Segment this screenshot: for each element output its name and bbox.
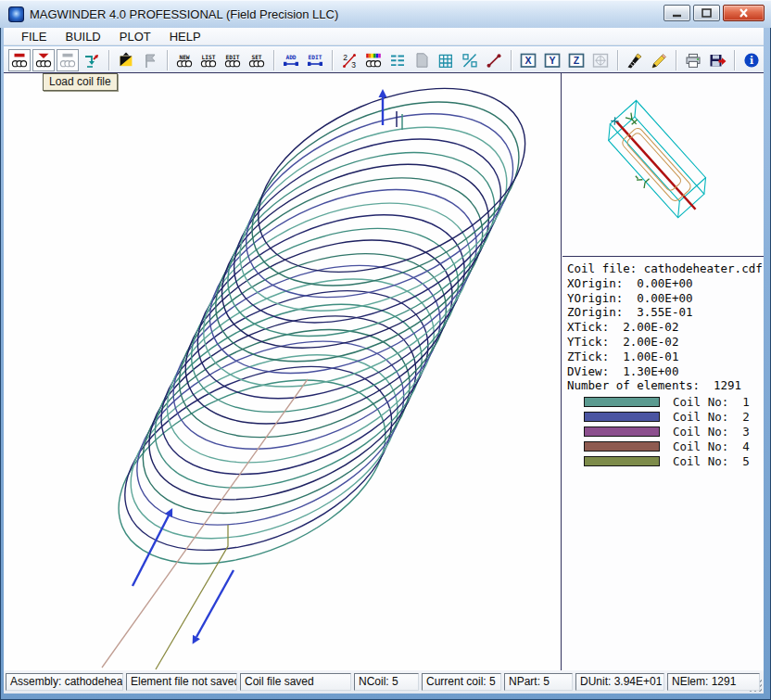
legend-row: Coil No: 3 bbox=[567, 424, 764, 439]
info-icon[interactable]: i bbox=[740, 49, 763, 71]
svg-text:X: X bbox=[525, 55, 532, 66]
legend-row: Coil No: 1 bbox=[567, 394, 764, 409]
coil-info-panel: Coil file: cathodeheater.cdfXOrigin: 0.0… bbox=[562, 257, 764, 468]
toolbar-separator bbox=[511, 50, 512, 70]
info-line: YOrigin: 0.00E+00 bbox=[567, 291, 764, 306]
info-line: Coil file: cathodeheater.cdf bbox=[567, 261, 764, 276]
part-add-icon[interactable]: ADD bbox=[280, 49, 302, 71]
svg-text:EDIT: EDIT bbox=[226, 53, 240, 59]
app-window: MAGWINDER 4.0 PROFESSIONAL (Field Precis… bbox=[0, 0, 771, 700]
part-edit-icon[interactable]: EDIT bbox=[304, 49, 326, 71]
content-area: Coil file: cathodeheater.cdfXOrigin: 0.0… bbox=[4, 72, 764, 670]
tooltip-load-coil-file: Load coil file bbox=[43, 73, 118, 91]
info-line: DView: 1.30E+00 bbox=[567, 364, 764, 379]
orientation-preview-svg bbox=[565, 73, 762, 255]
svg-text:3: 3 bbox=[351, 60, 356, 69]
legend-row: Coil No: 4 bbox=[567, 439, 764, 453]
side-panel: Coil file: cathodeheater.cdfXOrigin: 0.0… bbox=[562, 73, 764, 670]
print-icon[interactable] bbox=[682, 49, 704, 71]
legend-row: Coil No: 5 bbox=[567, 453, 764, 468]
menu-build[interactable]: BUILD bbox=[58, 29, 107, 45]
coil-new-icon[interactable]: NEW bbox=[173, 49, 196, 71]
toolbar-separator bbox=[734, 50, 735, 70]
status-nelem: NElem: 1291 bbox=[667, 673, 760, 691]
status-current-coil: Current coil: 5 bbox=[422, 673, 501, 691]
coil-colors-icon[interactable] bbox=[362, 49, 385, 71]
svg-text:EDIT: EDIT bbox=[309, 54, 322, 60]
legend-swatch bbox=[584, 412, 660, 422]
plot-range-icon[interactable] bbox=[115, 49, 137, 71]
save-image-icon[interactable] bbox=[706, 49, 728, 71]
legend-swatch bbox=[584, 456, 660, 466]
title-bar[interactable]: MAGWINDER 4.0 PROFESSIONAL (Field Precis… bbox=[0, 0, 771, 28]
toolbar-separator bbox=[273, 50, 274, 70]
legend-swatch bbox=[584, 441, 660, 452]
coil-set-icon[interactable]: SET bbox=[246, 49, 268, 71]
coil-edit-icon[interactable]: EDIT bbox=[221, 49, 244, 71]
plot-canvas[interactable] bbox=[4, 73, 562, 671]
mesh-toggle-icon[interactable] bbox=[459, 49, 481, 71]
menu-file[interactable]: FILE bbox=[15, 29, 53, 45]
view-y-icon[interactable]: Y bbox=[541, 49, 563, 71]
status-npart: NPart: 5 bbox=[504, 673, 573, 691]
svg-text:Y: Y bbox=[550, 55, 556, 66]
svg-text:NEW: NEW bbox=[179, 53, 189, 59]
legend-swatch bbox=[584, 426, 660, 437]
status-element-file: Element file not saved bbox=[126, 673, 237, 691]
menu-plot[interactable]: PLOT bbox=[113, 29, 158, 45]
toolbar-separator bbox=[167, 50, 168, 70]
grid-icon[interactable] bbox=[435, 49, 457, 71]
svg-text:i: i bbox=[750, 55, 753, 67]
view-iso-icon[interactable] bbox=[589, 49, 612, 71]
pencil-icon[interactable] bbox=[648, 49, 670, 71]
legend-label: Coil No: 2 bbox=[673, 410, 750, 424]
menu-help[interactable]: HELP bbox=[163, 29, 208, 45]
toolbar-separator bbox=[617, 50, 618, 70]
snap-tool-icon[interactable] bbox=[624, 49, 646, 71]
status-dunit: DUnit: 3.94E+01 bbox=[575, 673, 664, 691]
menu-bar: FILEBUILDPLOTHELP bbox=[4, 28, 764, 45]
info-line: Number of elements: 1291 bbox=[567, 378, 764, 393]
coil-legend: Coil No: 1Coil No: 2Coil No: 3Coil No: 4… bbox=[567, 394, 764, 468]
info-line: ZTick: 1.00E-01 bbox=[567, 350, 764, 364]
toolbar-separator bbox=[108, 50, 109, 70]
maximize-button[interactable] bbox=[693, 5, 720, 21]
app-icon bbox=[8, 6, 24, 22]
coil-plot-svg bbox=[4, 73, 562, 671]
legend-label: Coil No: 5 bbox=[673, 454, 750, 468]
toolbar-separator bbox=[332, 50, 333, 70]
view-2d-3d-icon[interactable]: 23 bbox=[338, 49, 360, 71]
load-coil-file-icon[interactable] bbox=[32, 49, 55, 71]
view-x-icon[interactable]: X bbox=[517, 49, 539, 71]
orientation-preview bbox=[562, 73, 764, 257]
view-z-icon[interactable]: Z bbox=[565, 49, 588, 71]
status-assembly: Assembly: cathodehea bbox=[6, 673, 123, 691]
assembly-tool-icon[interactable] bbox=[81, 49, 103, 71]
status-coil-file: Coil file saved bbox=[240, 673, 351, 691]
save-coil-file-icon[interactable] bbox=[57, 49, 79, 71]
info-line: XTick: 2.00E-02 bbox=[567, 320, 764, 335]
line-segment-icon[interactable] bbox=[483, 49, 505, 71]
page-icon[interactable] bbox=[411, 49, 433, 71]
toolbar-separator bbox=[676, 50, 676, 70]
toolbar: NEWLISTEDITSETADDEDIT23XYZi bbox=[4, 46, 764, 72]
new-coil-file-icon[interactable] bbox=[8, 49, 31, 71]
element-list-icon[interactable] bbox=[386, 49, 409, 71]
window-title: MAGWINDER 4.0 PROFESSIONAL (Field Precis… bbox=[30, 7, 338, 21]
svg-text:Z: Z bbox=[574, 55, 580, 66]
legend-label: Coil No: 4 bbox=[673, 439, 750, 453]
legend-row: Coil No: 2 bbox=[567, 409, 764, 424]
status-ncoil: NCoil: 5 bbox=[354, 673, 419, 691]
legend-label: Coil No: 1 bbox=[673, 395, 750, 409]
coil-info-lines: Coil file: cathodeheater.cdfXOrigin: 0.0… bbox=[567, 261, 764, 393]
window-controls bbox=[661, 5, 765, 21]
minimize-button[interactable] bbox=[664, 5, 690, 21]
legend-swatch bbox=[584, 397, 660, 407]
svg-text:2: 2 bbox=[343, 53, 348, 62]
info-line: YTick: 2.00E-02 bbox=[567, 335, 764, 350]
close-button[interactable] bbox=[723, 5, 765, 21]
flag-tool-icon[interactable] bbox=[139, 49, 161, 71]
coil-list-icon[interactable]: LIST bbox=[197, 49, 220, 71]
svg-text:SET: SET bbox=[252, 53, 262, 59]
svg-text:LIST: LIST bbox=[202, 53, 216, 59]
